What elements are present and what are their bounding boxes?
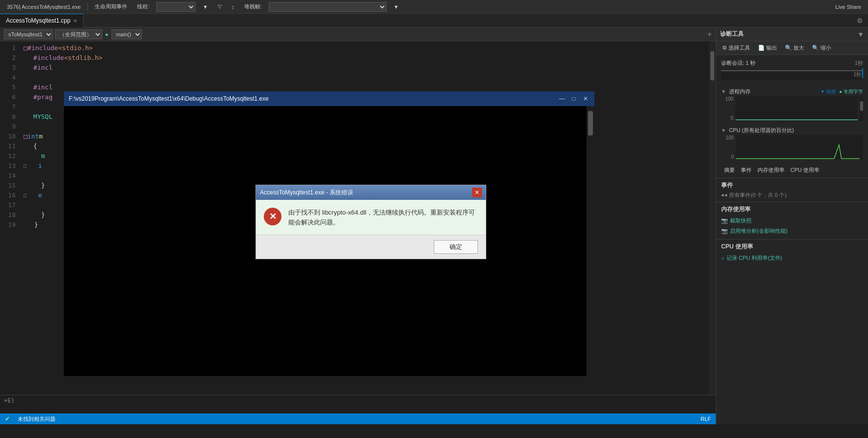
right-panel-header: 诊断工具 ▼ — [716, 27, 868, 41]
code-line-1: □#include <stdio.h> — [24, 43, 705, 53]
select-tool-label: 选择工具 — [728, 44, 750, 52]
console-titlebar: F:\vs2019Program\AccessToMysqltest1\x64\… — [64, 91, 594, 106]
output-label: 输出 — [766, 44, 777, 52]
status-ok-icon: ✔ — [5, 415, 10, 422]
code-line-2: #include <stdlib.h> — [24, 53, 705, 63]
console-scrollbar[interactable] — [587, 106, 594, 376]
tab-summary[interactable]: 摘要 — [721, 165, 738, 175]
cpu-record-icon: ○ — [721, 255, 725, 261]
top-toolbar: 3576] AccessToMysqltest1.exe 生命周期事件 线程: … — [0, 0, 868, 14]
lifecycle-events[interactable]: 生命周期事件 — [92, 2, 130, 11]
cpu-record-label: 记录 CPU 利用率(文件) — [727, 254, 783, 262]
memory-collapse-icon[interactable]: ▼ — [721, 89, 726, 94]
tab-settings-icon[interactable]: ⚙ — [852, 17, 868, 25]
filter-icon[interactable]: ▼ — [199, 3, 211, 11]
cpu-header: ▼ CPU (所有处理器的百分比) — [721, 127, 863, 134]
console-maximize-btn[interactable]: □ — [570, 95, 578, 103]
diagnostics-toolbar: ⚙ 选择工具 📄 输出 🔍 放大 🔍 缩小 — [716, 41, 868, 55]
memory-min-label: 0 — [721, 115, 733, 121]
snapshot-btn[interactable]: ▼ 快照 — [820, 88, 836, 95]
cpu-collapse-icon[interactable]: ▼ — [721, 128, 726, 133]
error-icon-x: ✕ — [269, 212, 277, 221]
stackframe-expand[interactable]: ▼ — [391, 3, 402, 11]
right-panel: 诊断工具 ▼ ⚙ 选择工具 📄 输出 🔍 放大 🔍 缩小 诊 — [716, 27, 868, 424]
process-selector[interactable]: 3576] AccessToMysqltest1.exe — [4, 3, 84, 11]
bottom-panel-text: +E) — [4, 397, 712, 404]
tab-cpu-usage[interactable]: CPU 使用率 — [787, 165, 822, 175]
error-message-line1: 由于找不到 libcrypto-x64.dll，无法继续执行代码。重新安装程序可 — [288, 208, 475, 218]
session-section: 诊断会话: 1 秒 1秒 1秒 — [716, 55, 868, 85]
error-message: 由于找不到 libcrypto-x64.dll，无法继续执行代码。重新安装程序可… — [288, 208, 475, 227]
tab-accesstomysqltest1[interactable]: AccessToMysqltest1.cpp ✕ — [0, 14, 84, 27]
tab-memory-usage[interactable]: 内存使用率 — [755, 165, 787, 175]
memory-usage-title: 内存使用率 — [721, 205, 863, 214]
events-content: ●● 所有事件(0 个，共 0 个) — [721, 192, 863, 199]
output-icon: 📄 — [758, 45, 765, 51]
cpu-usage-title: CPU 使用率 — [721, 243, 863, 251]
step-icon[interactable]: ↕ — [228, 3, 237, 11]
function-selector[interactable]: main() — [112, 29, 142, 39]
error-message-line2: 能会解决此问题。 — [288, 218, 475, 227]
thread-label: 线程: — [134, 2, 152, 11]
diagnostics-tabs: 摘要 事件 内存使用率 CPU 使用率 — [716, 163, 868, 178]
zoom-out-icon: 🔍 — [812, 45, 819, 51]
filter2-icon[interactable]: ▽ — [215, 2, 224, 11]
thread-selector[interactable] — [156, 2, 196, 12]
session-time: 1秒 — [855, 59, 863, 67]
memory-section: ▼ 进程内存 ▼ 快照 ● 专用字节 100 0 — [716, 85, 868, 124]
error-dialog-footer: 确定 — [256, 235, 486, 259]
capture-snapshot-btn[interactable]: 📷 截取快照 — [721, 216, 863, 226]
tab-events[interactable]: 事件 — [738, 165, 755, 175]
select-tool-btn[interactable]: ⚙ 选择工具 — [720, 43, 752, 53]
console-scrollbar-thumb — [588, 111, 593, 136]
right-panel-collapse-btn[interactable]: ▼ — [857, 30, 864, 38]
memory-y-axis: 100 0 — [721, 96, 733, 121]
error-dialog-titlebar: AccessToMysqltest1.exe - 系统错误 ✕ — [256, 185, 486, 200]
cpu-chart — [736, 135, 863, 160]
cpu-usage-section: CPU 使用率 ○ 记录 CPU 利用率(文件) — [716, 240, 868, 266]
line-numbers: 12345 678910 1112131415 16171819 — [0, 41, 20, 395]
zoom-in-icon: 🔍 — [785, 45, 792, 51]
session-row: 诊断会话: 1 秒 1秒 — [721, 58, 863, 68]
console-title: F:\vs2019Program\AccessToMysqltest1\x64\… — [69, 95, 554, 102]
code-line-4 — [24, 73, 705, 82]
events-section: 事件 ●● 所有事件(0 个，共 0 个) — [716, 178, 868, 202]
tab-label: AccessToMysqltest1.cpp — [6, 17, 70, 24]
cpu-record-btn[interactable]: ○ 记录 CPU 利用率(文件) — [721, 253, 863, 263]
zoom-in-btn[interactable]: 🔍 放大 — [783, 43, 806, 53]
events-title: 事件 — [721, 181, 863, 190]
cpu-chart-container: 100 0 — [721, 135, 863, 160]
code-line-5: #incl — [24, 82, 705, 92]
file-selector[interactable]: sToMysqltest1 — [4, 29, 53, 39]
tab-close-icon[interactable]: ✕ — [73, 18, 77, 24]
console-minimize-btn[interactable]: — — [558, 95, 566, 103]
cpu-title: CPU (所有处理器的百分比) — [729, 127, 794, 134]
timeline-end: 1秒 — [853, 71, 861, 78]
memory-chart-scrollbar-thumb — [860, 101, 863, 111]
error-dialog-ok-btn[interactable]: 确定 — [434, 240, 478, 254]
memory-chart — [735, 96, 858, 121]
scope-selector[interactable]: （全局范围） — [55, 29, 102, 39]
console-close-btn[interactable]: ✕ — [582, 95, 589, 103]
tab-bar: AccessToMysqltest1.cpp ✕ ⚙ — [0, 14, 868, 27]
heap-analysis-btn[interactable]: 📷 启用堆分析(会影响性能) — [721, 226, 863, 236]
zoom-out-btn[interactable]: 🔍 缩小 — [810, 43, 833, 53]
main-layout: sToMysqltest1 （全局范围） ● main() + 12345 67… — [0, 27, 868, 424]
editor-scrollbar[interactable] — [709, 41, 716, 395]
stackframe-selector[interactable] — [269, 2, 387, 12]
cpu-y-axis: 100 0 — [721, 135, 734, 160]
status-bar: ✔ 未找到相关问题 RLF — [0, 413, 716, 424]
output-btn[interactable]: 📄 输出 — [756, 43, 779, 53]
cpu-min-label: 0 — [721, 154, 734, 160]
error-dialog-close-btn[interactable]: ✕ — [472, 188, 482, 197]
add-file-btn[interactable]: + — [707, 30, 712, 39]
cpu-max-label: 100 — [721, 135, 734, 140]
error-dialog-title: AccessToMysqltest1.exe - 系统错误 — [260, 189, 469, 197]
timeline-bar: 1秒 — [721, 70, 863, 80]
heap-icon: 📷 — [721, 228, 728, 234]
status-bar-right: RLF — [700, 416, 711, 422]
live-share-label[interactable]: Live Share — [832, 3, 864, 11]
error-dialog-body: ✕ 由于找不到 libcrypto-x64.dll，无法继续执行代码。重新安装程… — [256, 200, 486, 235]
memory-chart-scrollbar[interactable] — [860, 96, 863, 121]
memory-title: 进程内存 — [729, 88, 751, 95]
